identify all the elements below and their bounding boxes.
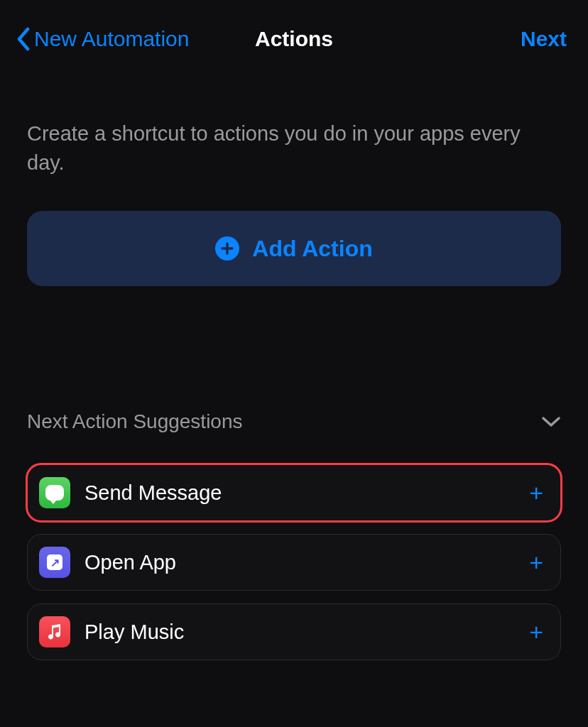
chevron-down-icon bbox=[541, 415, 561, 428]
suggestion-label: Open App bbox=[85, 551, 176, 574]
plus-icon[interactable]: + bbox=[529, 620, 543, 644]
music-icon bbox=[39, 616, 70, 647]
page-title: Actions bbox=[255, 27, 333, 51]
plus-icon[interactable]: + bbox=[529, 481, 543, 505]
suggestions-header-label: Next Action Suggestions bbox=[27, 410, 243, 433]
suggestion-label: Play Music bbox=[85, 621, 184, 644]
suggestions-header-toggle[interactable]: Next Action Suggestions bbox=[27, 410, 561, 433]
plus-icon[interactable]: + bbox=[529, 550, 543, 574]
suggestion-send-message[interactable]: Send Message + bbox=[27, 464, 561, 521]
suggestion-play-music[interactable]: Play Music + bbox=[27, 603, 561, 660]
add-action-label: Add Action bbox=[252, 236, 372, 262]
suggestion-label: Send Message bbox=[85, 481, 222, 505]
back-label: New Automation bbox=[34, 27, 189, 51]
add-action-button[interactable]: Add Action bbox=[27, 211, 561, 286]
chevron-left-icon bbox=[16, 27, 30, 51]
next-button[interactable]: Next bbox=[521, 27, 567, 51]
plus-circle-icon bbox=[215, 236, 239, 261]
description-text: Create a shortcut to actions you do in y… bbox=[27, 119, 561, 177]
back-button[interactable]: New Automation bbox=[16, 27, 189, 51]
messages-icon bbox=[39, 477, 70, 508]
open-app-icon: ↗ bbox=[39, 547, 70, 578]
suggestion-open-app[interactable]: ↗ Open App + bbox=[27, 534, 561, 591]
